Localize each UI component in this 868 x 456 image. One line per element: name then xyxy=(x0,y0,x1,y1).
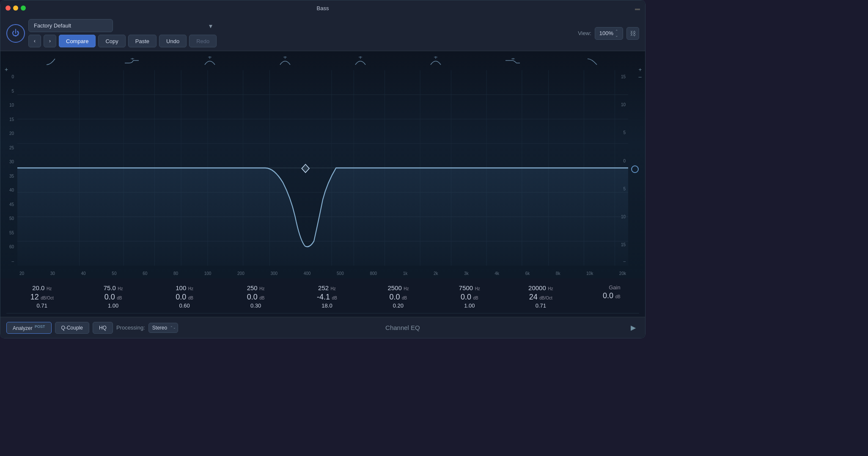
band2-freq: 75.0 Hz xyxy=(104,284,123,292)
band2-params: 75.0 Hz 0.0 dB 1.00 xyxy=(92,284,135,309)
gain-node[interactable] xyxy=(631,165,639,175)
band7-gain: 0.0 dB xyxy=(461,293,478,302)
view-percent: 100% xyxy=(599,30,613,36)
window-title: Bass xyxy=(317,5,329,11)
main-window: Bass ▬ ⏻ Factory Default ‹ xyxy=(0,0,646,338)
band2-q: 1.00 xyxy=(108,302,118,309)
window-resize: ▬ xyxy=(635,4,640,12)
svg-point-12 xyxy=(632,166,638,173)
band7-freq: 7500 Hz xyxy=(459,284,480,292)
x-axis: 20 30 40 50 60 80 100 200 300 400 500 80… xyxy=(19,271,626,276)
paste-button[interactable]: Paste xyxy=(128,35,157,47)
analyzer-label: Analyzer xyxy=(13,325,33,331)
play-button[interactable]: ▶ xyxy=(627,322,639,334)
preset-selector[interactable]: Factory Default xyxy=(28,19,113,32)
band5-handle[interactable] xyxy=(354,55,367,68)
traffic-lights xyxy=(5,5,26,11)
gain-label: Gain xyxy=(609,284,620,291)
power-icon: ⏻ xyxy=(12,29,19,38)
band5-q: 18.0 xyxy=(321,302,332,309)
left-plus-btn[interactable]: + xyxy=(5,66,8,72)
undo-button[interactable]: Undo xyxy=(159,35,187,47)
band2-handle[interactable] xyxy=(124,55,141,68)
band6-freq: 2500 Hz xyxy=(387,284,409,292)
resize-icon: ▬ xyxy=(635,5,640,11)
right-minus-btn[interactable]: – xyxy=(639,74,642,80)
band7-handle[interactable] xyxy=(505,55,522,68)
view-section: View: 100% ⌃⌄ ⛓ xyxy=(578,27,639,40)
master-gain-params: Gain 0.0 dB xyxy=(591,284,625,300)
band2-gain: 0.0 dB xyxy=(104,293,122,302)
view-stepper[interactable]: ⌃⌄ xyxy=(615,29,618,38)
close-button[interactable] xyxy=(5,5,11,11)
nav-back-button[interactable]: ‹ xyxy=(28,35,41,47)
processing-label: Processing: xyxy=(116,324,145,331)
band7-q: 1.00 xyxy=(464,302,475,309)
right-controls: + – xyxy=(638,66,642,80)
band8-handle[interactable] xyxy=(584,55,601,68)
band1-handle[interactable] xyxy=(44,55,61,68)
band3-gain: 0.0 dB xyxy=(176,293,193,302)
analyzer-button[interactable]: Analyzer POST xyxy=(6,322,52,334)
nav-forward-icon: › xyxy=(49,38,51,44)
band6-params: 2500 Hz 0.0 dB 0.20 xyxy=(377,284,419,309)
play-icon: ▶ xyxy=(631,324,636,332)
band4-handle[interactable] xyxy=(279,55,291,68)
toolbar: ⏻ Factory Default ‹ › Com xyxy=(0,16,645,51)
preset-selector-wrap: Factory Default xyxy=(28,19,217,32)
eq-curve xyxy=(17,70,628,266)
band6-gain: 0.0 dB xyxy=(390,293,407,302)
toolbar-group: Factory Default ‹ › Compare Copy Paste U… xyxy=(28,19,574,47)
analyzer-badge: POST xyxy=(35,324,45,329)
y-axis-left: 0 5 10 15 20 25 30 35 40 45 50 55 60 – xyxy=(2,74,14,264)
title-bar: Bass ▬ xyxy=(0,0,645,16)
band-params-panel: 20.0 Hz 12 dB/Oct 0.71 75.0 Hz 0.0 dB xyxy=(0,278,645,317)
band3-freq: 100 Hz xyxy=(176,284,193,292)
band4-freq: 250 Hz xyxy=(247,284,265,292)
band6-q: 0.20 xyxy=(393,302,404,309)
link-button[interactable]: ⛓ xyxy=(626,27,639,40)
band8-gain: 24 dB/Oct xyxy=(529,293,552,302)
q-couple-button[interactable]: Q-Couple xyxy=(55,322,89,334)
svg-rect-37 xyxy=(302,164,309,173)
left-gain-buttons: + xyxy=(5,66,8,72)
view-value-control[interactable]: 100% ⌃⌄ xyxy=(595,27,623,40)
power-button[interactable]: ⏻ xyxy=(6,24,25,43)
band8-q: 0.71 xyxy=(536,302,546,309)
view-label: View: xyxy=(578,30,591,36)
redo-button[interactable]: Redo xyxy=(189,35,217,47)
footer-left-controls: Analyzer POST Q-Couple HQ Processing: St… xyxy=(6,322,178,334)
compare-button[interactable]: Compare xyxy=(59,35,96,47)
hq-button[interactable]: HQ xyxy=(93,322,113,334)
band1-gain: 12 dB/Oct xyxy=(30,293,54,302)
band1-q: 0.71 xyxy=(37,302,47,309)
master-gain-value: 0.0 dB xyxy=(603,291,621,300)
nav-forward-button[interactable]: › xyxy=(44,35,56,47)
band-handles xyxy=(0,55,645,68)
band3-q: 0.60 xyxy=(179,302,190,309)
nav-back-icon: ‹ xyxy=(34,38,36,44)
band1-freq: 20.0 Hz xyxy=(32,284,52,292)
processing-selector-wrap: Stereo Left Right Mid Side xyxy=(148,323,178,333)
band-params-row: 20.0 Hz 12 dB/Oct 0.71 75.0 Hz 0.0 dB xyxy=(6,282,639,313)
link-icon: ⛓ xyxy=(630,30,636,37)
band1-params: 20.0 Hz 12 dB/Oct 0.71 xyxy=(21,284,63,309)
footer-bar: Analyzer POST Q-Couple HQ Processing: St… xyxy=(0,317,645,338)
eq-display[interactable]: 0 5 10 15 20 25 30 35 40 45 50 55 60 – +… xyxy=(0,51,645,278)
band5-params: 252 Hz -4.1 dB 18.0 xyxy=(306,284,348,309)
right-plus-btn[interactable]: + xyxy=(638,66,642,73)
band6-handle[interactable] xyxy=(429,55,442,68)
processing-selector[interactable]: Stereo Left Right Mid Side xyxy=(148,323,178,333)
band4-q: 0.30 xyxy=(250,302,261,309)
maximize-button[interactable] xyxy=(21,5,26,11)
band3-params: 100 Hz 0.0 dB 0.60 xyxy=(163,284,206,309)
band5-gain: -4.1 dB xyxy=(317,293,337,302)
minimize-button[interactable] xyxy=(13,5,18,11)
band8-params: 20000 Hz 24 dB/Oct 0.71 xyxy=(519,284,562,309)
footer-title: Channel EQ xyxy=(385,324,420,331)
band4-params: 250 Hz 0.0 dB 0.30 xyxy=(235,284,277,309)
copy-button[interactable]: Copy xyxy=(98,35,125,47)
band5-freq: 252 Hz xyxy=(318,284,336,292)
band3-handle[interactable] xyxy=(203,55,216,68)
band8-freq: 20000 Hz xyxy=(528,284,553,292)
